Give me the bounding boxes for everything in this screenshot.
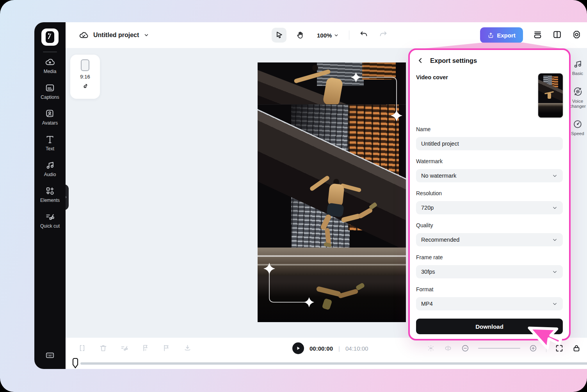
audio-icon xyxy=(45,160,55,170)
fit-to-screen-icon[interactable] xyxy=(555,344,564,353)
aspect-ratio-label: 9:16 xyxy=(80,74,90,80)
video-cover-thumbnail[interactable] xyxy=(538,73,563,118)
timeline-track[interactable] xyxy=(80,362,587,365)
redo-icon xyxy=(379,30,388,39)
current-time: 00:00:00 xyxy=(310,345,333,352)
snapping-icon[interactable] xyxy=(427,344,435,353)
chevron-down-icon xyxy=(552,269,558,275)
split-preview-icon[interactable] xyxy=(444,344,452,353)
sidebar-item-label: Avatars xyxy=(42,121,58,126)
play-icon xyxy=(296,346,301,351)
speed-gauge-icon xyxy=(573,119,583,129)
layout-toggle-button[interactable] xyxy=(552,30,562,41)
flag-marker-icon[interactable] xyxy=(162,344,171,352)
select-tool-button[interactable] xyxy=(272,28,286,43)
frame-rate-select-value: 30fps xyxy=(421,269,435,275)
export-button[interactable]: Export xyxy=(480,27,523,43)
ai-marker-icon[interactable] xyxy=(141,344,149,352)
quality-field-label: Quality xyxy=(416,222,563,230)
sidebar-item-media[interactable]: Media xyxy=(36,57,64,74)
project-title[interactable]: Untitled project xyxy=(93,32,139,39)
keyboard-icon xyxy=(45,350,55,360)
total-duration: 04:10:00 xyxy=(345,345,368,352)
undo-button[interactable] xyxy=(359,30,368,40)
topbar: Untitled project 100% xyxy=(66,22,587,48)
export-panel-header: Export settings xyxy=(416,55,563,66)
chevron-down-icon[interactable] xyxy=(144,32,149,38)
format-field: Format MP4 xyxy=(416,286,563,310)
capcut-logo-icon[interactable] xyxy=(41,29,59,46)
export-button-label: Export xyxy=(497,32,516,39)
upload-icon xyxy=(487,32,494,39)
format-select[interactable]: MP4 xyxy=(416,297,563,310)
play-button[interactable] xyxy=(292,342,304,354)
playhead-marker[interactable] xyxy=(72,358,79,369)
sidebar-item-audio[interactable]: Audio xyxy=(36,160,64,177)
watermark-field: Watermark No watermark xyxy=(416,158,563,182)
settings-button[interactable] xyxy=(572,30,582,41)
chevron-down-icon xyxy=(552,301,558,307)
music-note-icon xyxy=(573,59,583,69)
name-input[interactable] xyxy=(416,137,563,150)
quality-select-value: Recommended xyxy=(421,237,459,243)
keyboard-shortcuts-button[interactable] xyxy=(45,350,55,360)
resolution-select[interactable]: 720p xyxy=(416,201,563,214)
sidebar-item-text[interactable]: Text xyxy=(36,134,64,151)
time-separator: | xyxy=(338,345,340,352)
back-button[interactable] xyxy=(416,56,425,65)
sidebar-divider xyxy=(43,52,57,52)
lock-track-icon[interactable] xyxy=(572,344,581,353)
frame-rate-select[interactable]: 30fps xyxy=(416,265,563,278)
zoom-in-icon[interactable] xyxy=(529,344,537,353)
watermark-select[interactable]: No watermark xyxy=(416,169,563,182)
split-view-icon xyxy=(552,30,562,39)
undo-icon xyxy=(359,30,368,39)
download-button[interactable]: Download xyxy=(416,319,563,334)
frame-rate-field: Frame rate 30fps xyxy=(416,254,563,278)
controls-divider xyxy=(546,344,546,352)
sidebar-item-quick-cut[interactable]: Quick cut xyxy=(36,212,64,229)
hand-tool-button[interactable] xyxy=(293,28,308,43)
sidebar-item-elements[interactable]: Elements xyxy=(36,186,64,203)
elements-icon xyxy=(45,186,55,196)
chevron-down-icon xyxy=(552,173,558,179)
chevron-down-icon xyxy=(552,237,558,243)
sidebar-item-label: Media xyxy=(44,69,57,74)
split-clip-icon[interactable] xyxy=(78,344,86,352)
sidebar-item-label: Captions xyxy=(41,95,59,100)
sidebar-item-label: Text xyxy=(46,146,54,151)
sidebar-item-avatars[interactable]: Avatars xyxy=(36,109,64,126)
format-field-label: Format xyxy=(416,286,563,294)
download-clip-icon[interactable] xyxy=(183,344,192,352)
topbar-right-group: Export xyxy=(480,22,582,48)
captions-icon xyxy=(45,83,55,93)
name-field-label: Name xyxy=(416,126,563,134)
export-settings-panel: Export settings Video cover Name Waterma… xyxy=(408,48,571,340)
zoom-level-control[interactable]: 100% xyxy=(317,32,339,39)
quick-cut-tool-icon[interactable] xyxy=(120,344,128,352)
delete-icon[interactable] xyxy=(99,344,107,352)
timeline-strip[interactable] xyxy=(66,358,587,369)
sidebar-item-captions[interactable]: Captions xyxy=(36,83,64,100)
phone-outline-icon xyxy=(81,59,89,71)
video-cover-row: Video cover xyxy=(416,73,563,118)
aspect-ratio-card[interactable]: 9:16 xyxy=(70,55,100,99)
zoom-level-value: 100% xyxy=(317,32,332,39)
canvas-tools: 100% xyxy=(272,22,388,48)
hand-icon xyxy=(296,31,304,39)
name-field: Name xyxy=(416,126,563,150)
cloud-sync-icon xyxy=(79,30,89,40)
redo-button[interactable] xyxy=(379,30,388,40)
render-queue-button[interactable] xyxy=(533,30,543,41)
clip-tools-group xyxy=(78,344,192,352)
sidebar: Media Captions Avatars Text Audio Elemen… xyxy=(34,22,66,369)
watermark-field-label: Watermark xyxy=(416,158,563,166)
text-icon xyxy=(45,134,55,144)
quality-select[interactable]: Recommended xyxy=(416,233,563,246)
chevron-down-icon xyxy=(334,33,339,38)
video-preview[interactable] xyxy=(258,62,406,322)
timeline-zoom-slider[interactable] xyxy=(478,348,520,349)
zoom-out-icon[interactable] xyxy=(461,344,470,353)
sparkle-frame-overlay xyxy=(258,62,406,322)
avatars-icon xyxy=(45,109,55,119)
